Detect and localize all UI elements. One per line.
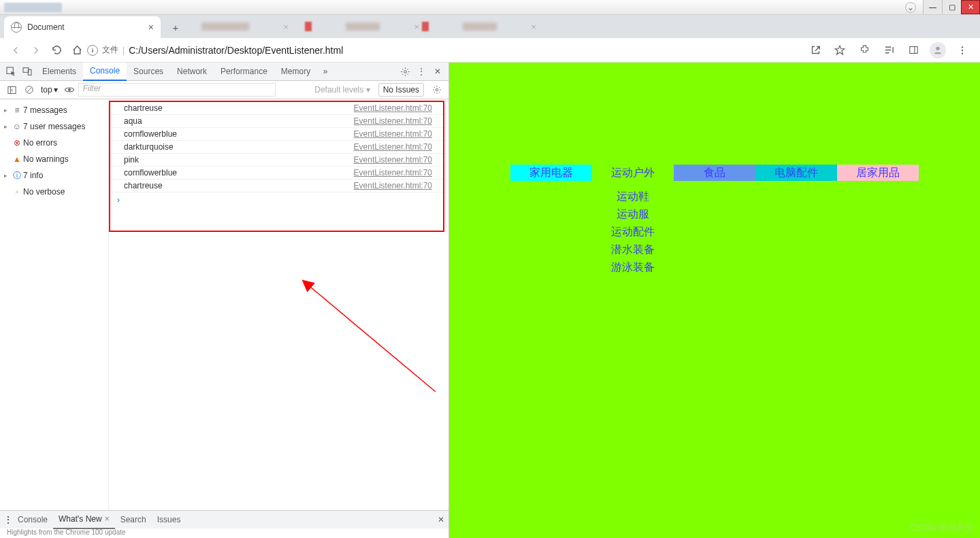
log-row[interactable]: chartreuseEventListener.html:70	[110, 102, 443, 115]
submenu: 运动鞋 运动服 运动配件 潜水装备 游泳装备	[592, 188, 674, 276]
share-icon[interactable]	[807, 42, 823, 58]
window-close-button[interactable]: ✕	[961, 0, 980, 14]
profile-button[interactable]	[930, 42, 946, 58]
svg-rect-7	[23, 68, 29, 73]
submenu-item[interactable]: 运动鞋	[592, 188, 674, 205]
devtools-tabbar: Elements Console Sources Network Perform…	[0, 63, 448, 81]
sidebar-warnings[interactable]: ▲No warnings	[0, 151, 108, 167]
sidebar-errors[interactable]: ⊗No errors	[0, 135, 108, 151]
nav-item[interactable]: 居家用品	[837, 165, 919, 181]
log-row[interactable]: darkturquoiseEventListener.html:70	[110, 141, 443, 154]
drawer-kebab-icon[interactable]: ⋮	[4, 515, 12, 524]
svg-line-13	[27, 88, 32, 93]
log-row[interactable]: cornflowerblueEventListener.html:70	[110, 128, 443, 141]
back-button[interactable]	[7, 42, 24, 58]
devtools-drawer: ⋮ Console What's New× Search Issues ✕	[0, 510, 448, 528]
nav-item[interactable]: 运动户外	[592, 165, 674, 181]
sidebar-info[interactable]: ▸ⓘ7 info	[0, 167, 108, 184]
no-issues-button[interactable]: No Issues	[378, 83, 424, 97]
browser-tabstrip: Document × + × × ×	[0, 15, 980, 38]
sidebar-messages[interactable]: ▸≡7 messages	[0, 102, 108, 118]
toggle-sidebar-icon[interactable]	[4, 82, 19, 97]
tab-title: Document	[27, 22, 65, 32]
console-log-area: chartreuseEventListener.html:70 aquaEven…	[109, 99, 448, 510]
settings-icon[interactable]	[397, 63, 413, 80]
browser-tab-active[interactable]: Document ×	[4, 16, 161, 38]
sidebar-user-messages[interactable]: ▸☺7 user messages	[0, 118, 108, 135]
console-sidebar: ▸≡7 messages ▸☺7 user messages ⊗No error…	[0, 99, 109, 510]
svg-rect-0	[909, 47, 917, 54]
browser-toolbar: i 文件 | C:/Users/Administrator/Desktop/Ev…	[0, 38, 980, 63]
highlight-box: chartreuseEventListener.html:70 aquaEven…	[109, 101, 444, 232]
reading-list-icon[interactable]	[881, 42, 897, 58]
console-prompt[interactable]: ›	[110, 192, 443, 207]
svg-line-16	[310, 286, 436, 392]
log-row[interactable]: chartreuseEventListener.html:70	[110, 180, 443, 192]
side-panel-icon[interactable]	[905, 42, 921, 58]
more-tabs-icon[interactable]: »	[317, 63, 333, 80]
os-titlebar: ⌄ — ▢ ✕	[0, 0, 980, 15]
nav-bar: 家用电器 运动户外 食品 电脑配件 居家用品	[510, 165, 919, 181]
drawer-tab-issues[interactable]: Issues	[152, 511, 186, 529]
address-bar[interactable]: i 文件 | C:/Users/Administrator/Desktop/Ev…	[87, 41, 803, 60]
sidebar-verbose[interactable]: ◦No verbose	[0, 184, 108, 200]
tab-network[interactable]: Network	[170, 63, 214, 81]
submenu-item[interactable]: 潜水装备	[592, 241, 674, 258]
window-maximize-button[interactable]: ▢	[942, 0, 961, 14]
nav-item[interactable]: 电脑配件	[755, 165, 837, 181]
svg-point-9	[404, 70, 406, 73]
inspect-icon[interactable]	[3, 63, 19, 80]
rendered-page: 家用电器 运动户外 食品 电脑配件 居家用品 运动鞋 运动服 运动配件 潜水装备…	[449, 63, 980, 538]
submenu-item[interactable]: 运动服	[592, 205, 674, 223]
kebab-icon[interactable]: ⋮	[413, 63, 429, 80]
menu-icon[interactable]	[954, 42, 970, 58]
drawer-close-icon[interactable]: ✕	[438, 515, 444, 524]
drawer-tab-whatsnew[interactable]: What's New×	[53, 511, 115, 529]
tabstrip-dropdown[interactable]: ⌄	[905, 2, 916, 13]
url-text: C:/Users/Administrator/Desktop/EventList…	[129, 45, 343, 56]
tab-console[interactable]: Console	[83, 63, 127, 81]
clear-console-icon[interactable]	[22, 82, 37, 97]
tab-sources[interactable]: Sources	[127, 63, 170, 81]
levels-selector[interactable]: Default levels ▾	[310, 85, 374, 95]
svg-point-4	[962, 49, 963, 50]
device-icon[interactable]	[19, 63, 35, 80]
devtools-close-icon[interactable]: ✕	[429, 63, 446, 80]
svg-point-14	[68, 88, 71, 91]
tab-elements[interactable]: Elements	[35, 63, 83, 81]
blurred-region	[4, 3, 62, 12]
svg-point-2	[936, 46, 939, 50]
extensions-icon[interactable]	[856, 42, 872, 58]
blurred-tabs: × × ×	[188, 15, 536, 38]
svg-point-3	[962, 46, 963, 48]
forward-button[interactable]	[28, 42, 44, 58]
nav-item[interactable]: 食品	[674, 165, 755, 181]
submenu-item[interactable]: 游泳装备	[592, 258, 674, 276]
watermark: CSDN @冯大少	[910, 522, 973, 534]
tab-memory[interactable]: Memory	[274, 63, 317, 81]
log-row[interactable]: cornflowerblueEventListener.html:70	[110, 167, 443, 180]
tab-performance[interactable]: Performance	[214, 63, 274, 81]
live-expression-icon[interactable]	[62, 82, 77, 97]
drawer-tab-console[interactable]: Console	[12, 511, 53, 529]
globe-icon	[11, 22, 22, 33]
svg-point-5	[962, 52, 963, 54]
new-tab-button[interactable]: +	[166, 18, 185, 37]
log-row[interactable]: pinkEventListener.html:70	[110, 154, 443, 167]
bookmark-icon[interactable]	[832, 42, 848, 58]
log-row[interactable]: aquaEventListener.html:70	[110, 115, 443, 128]
tab-close-icon[interactable]: ×	[148, 22, 154, 33]
filter-input[interactable]: Filter	[78, 83, 276, 97]
drawer-tab-search[interactable]: Search	[115, 511, 152, 529]
nav-item[interactable]: 家用电器	[510, 165, 592, 181]
devtools-panel: Elements Console Sources Network Perform…	[0, 63, 449, 538]
home-button[interactable]	[69, 42, 85, 58]
url-scheme-label: 文件	[102, 44, 118, 56]
reload-button[interactable]	[48, 42, 65, 58]
info-icon[interactable]: i	[87, 45, 98, 56]
console-settings-icon[interactable]	[429, 82, 444, 97]
submenu-item[interactable]: 运动配件	[592, 223, 674, 241]
svg-point-15	[436, 88, 438, 91]
context-selector[interactable]: top▾	[38, 84, 61, 96]
window-minimize-button[interactable]: —	[923, 0, 942, 14]
